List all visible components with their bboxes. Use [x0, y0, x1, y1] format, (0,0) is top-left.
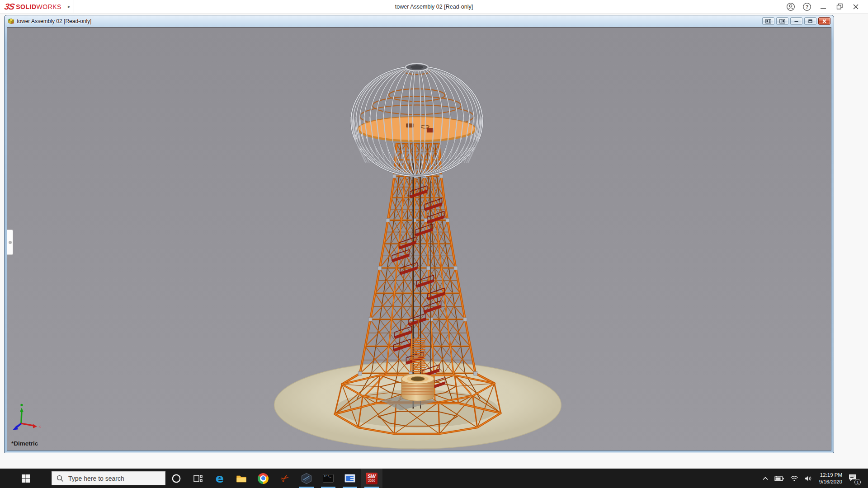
taskbar-icon-hexagon-app[interactable]: [296, 469, 317, 488]
restore-icon: [807, 19, 813, 23]
edge-icon: e: [216, 471, 224, 485]
file-explorer-icon: [236, 474, 247, 483]
doc-pane-left-button[interactable]: [762, 17, 774, 25]
taskbar-icon-command-prompt[interactable]: C:\_: [317, 469, 339, 488]
menu-expand-arrow-icon[interactable]: ▸: [68, 4, 71, 9]
doc-minimize-button[interactable]: [790, 17, 802, 25]
app-minimize-button[interactable]: [816, 1, 830, 13]
minimize-icon: [793, 19, 799, 23]
solidworks-brand-text: SOLIDWORKS: [16, 3, 61, 10]
solidworks-app-icon: SW 2020: [366, 473, 377, 484]
taskbar: Type here to search e ✂ C:\_: [0, 469, 868, 488]
task-view-icon: [193, 474, 203, 483]
taskbar-icon-cortana[interactable]: [165, 469, 187, 488]
search-placeholder: Type here to search: [68, 475, 124, 482]
action-center-button[interactable]: 1: [848, 474, 860, 483]
chevron-up-icon: [762, 476, 769, 481]
account-button[interactable]: [784, 1, 797, 13]
windows-logo-icon: [21, 474, 30, 483]
chrome-icon: [258, 473, 269, 484]
close-icon: [853, 4, 859, 10]
system-tray: 12:19 PM 9/16/2020 1: [761, 469, 868, 488]
taskbar-search-input[interactable]: Type here to search: [52, 471, 165, 485]
app-restore-button[interactable]: [833, 1, 846, 13]
assembly-document-icon: [8, 18, 14, 24]
wifi-icon: [790, 475, 798, 482]
app-window-title: tower Assembly 02 [Read-only]: [0, 0, 868, 14]
command-prompt-icon: C:\_: [323, 474, 334, 483]
start-button[interactable]: [0, 469, 52, 488]
speaker-icon: [804, 475, 812, 482]
doc-pane-right-button[interactable]: [776, 17, 788, 25]
doc-restore-button[interactable]: [804, 17, 816, 25]
snipping-tool-icon: ✂: [278, 471, 292, 486]
minimize-icon: [820, 4, 826, 10]
dassault-3ds-mark-icon: 3S: [4, 2, 15, 12]
taskbar-icon-chrome[interactable]: [252, 469, 274, 488]
taskbar-icon-edge[interactable]: e: [209, 469, 231, 488]
svg-text:?: ?: [806, 4, 809, 9]
taskbar-icon-file-explorer[interactable]: [231, 469, 252, 488]
help-button[interactable]: ?: [800, 1, 814, 13]
3d-viewport[interactable]: x *Dimetric: [7, 27, 831, 450]
search-icon: [57, 475, 64, 482]
featuremanager-flyout-tab[interactable]: [7, 230, 13, 255]
hexagon-app-icon: [301, 473, 312, 484]
network-status-button[interactable]: [789, 474, 799, 483]
taskbar-icon-solidworks[interactable]: SW 2020: [361, 469, 382, 488]
account-icon: [786, 2, 795, 11]
document-window: tower Assembly 02 [Read-only]: [4, 15, 834, 453]
doc-close-button[interactable]: [818, 17, 830, 25]
taskbar-clock[interactable]: 12:19 PM 9/16/2020: [817, 472, 844, 485]
taskbar-icon-blue-window-app[interactable]: [339, 469, 361, 488]
document-titlebar[interactable]: tower Assembly 02 [Read-only]: [5, 15, 834, 27]
document-title: tower Assembly 02 [Read-only]: [17, 18, 91, 24]
hidden-icons-button[interactable]: [761, 475, 769, 482]
divider: [74, 0, 74, 14]
app-close-button[interactable]: [849, 1, 863, 13]
taskbar-icon-task-view[interactable]: [187, 469, 209, 488]
app-titlebar: 3S SOLIDWORKS ▸ tower Assembly 02 [Read-…: [0, 0, 868, 14]
solidworks-year-label: 2020: [368, 479, 375, 483]
notification-count-badge: 1: [854, 479, 861, 485]
restore-icon: [836, 3, 843, 10]
view-orientation-label: *Dimetric: [11, 440, 38, 447]
help-icon: ?: [802, 2, 811, 11]
taskbar-icon-snipping-tool[interactable]: ✂: [274, 469, 296, 488]
svg-text:x: x: [39, 424, 41, 429]
close-icon: [821, 19, 827, 23]
cortana-icon: [171, 474, 181, 483]
pane-right-icon: [779, 19, 785, 23]
blue-window-app-icon: [344, 474, 355, 483]
clock-date: 9/16/2020: [819, 479, 842, 485]
battery-status-button[interactable]: [774, 474, 785, 483]
solidworks-logo: 3S SOLIDWORKS ▸: [0, 0, 74, 13]
pane-left-icon: [765, 19, 771, 23]
volume-button[interactable]: [803, 474, 813, 483]
battery-icon: [774, 475, 784, 482]
tower-3d-render: x: [7, 28, 831, 450]
clock-time: 12:19 PM: [819, 472, 842, 479]
